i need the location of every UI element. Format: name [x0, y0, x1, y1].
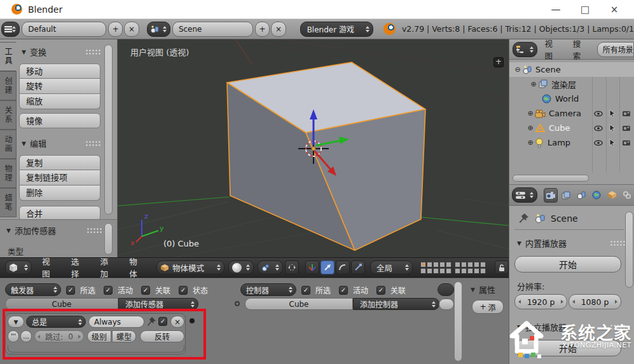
panel-grip-icon[interactable] [610, 240, 625, 246]
tab-scene[interactable] [574, 188, 588, 203]
menu-object[interactable]: 物体 [129, 255, 144, 280]
tab-relations[interactable]: 关系 [0, 100, 17, 130]
sensor-filter-select[interactable]: 触发器 [5, 283, 61, 296]
resolution-x-stepper[interactable]: 1920 p [514, 294, 567, 309]
toolshelf-scrollbar[interactable] [104, 44, 113, 215]
tab-create[interactable]: 创建 [0, 71, 17, 100]
logic-properties-header[interactable]: ▼ 属性 [471, 283, 506, 295]
pivot-select[interactable] [258, 260, 283, 274]
edit-panel-header[interactable]: ▼ 编辑 [22, 137, 100, 149]
scale-manipulator-button[interactable] [351, 260, 365, 274]
outliner-row-renderlayers[interactable]: ⊕ 渲染层 [509, 77, 634, 91]
filter-sel[interactable]: ✓所选 [301, 285, 331, 295]
standalone-start-button[interactable]: 开始 [514, 340, 621, 356]
outliner-row-world[interactable]: World [509, 91, 634, 106]
sensor-object-name[interactable]: Cube [5, 298, 118, 310]
renderability-camera-icon[interactable] [622, 109, 631, 118]
translate-manipulator-button[interactable] [320, 260, 334, 274]
tab-object[interactable] [605, 188, 619, 203]
sensor-collapse-button[interactable]: ▼ [8, 316, 24, 328]
layer-group-1[interactable] [420, 262, 451, 274]
layers-widget[interactable] [420, 262, 486, 274]
sensor-link-socket[interactable] [190, 318, 195, 323]
selectability-cursor-icon[interactable] [608, 138, 617, 147]
skip-stepper[interactable]: 跳过:0 [34, 330, 84, 342]
manipulator-axes-icon[interactable] [305, 260, 319, 274]
scene-name-field[interactable]: Scene [172, 22, 253, 37]
filter-act[interactable]: ✓活动 [339, 285, 368, 295]
screen-layout-select[interactable]: Default [22, 22, 106, 37]
controller-link-socket[interactable] [235, 301, 240, 306]
pin-icon[interactable] [518, 213, 529, 224]
menu-add[interactable]: 添加 [100, 255, 115, 280]
actuator-filter-cut[interactable] [438, 283, 454, 296]
panel-scrollbar[interactable] [104, 223, 113, 255]
panel-grip-icon[interactable] [610, 324, 625, 330]
visibility-eye-icon[interactable] [594, 111, 603, 117]
editor-type-button[interactable] [1, 22, 20, 37]
layer-group-2[interactable] [455, 262, 486, 274]
scene-select-icon-button[interactable] [147, 22, 170, 37]
orientation-select[interactable]: 全局 [370, 260, 413, 274]
tab-render-layers[interactable] [559, 188, 573, 203]
level-button[interactable]: 级别 [87, 330, 111, 342]
checkbox-checked-icon[interactable]: ✓ [66, 286, 75, 295]
tab-render[interactable] [544, 188, 558, 203]
selectability-cursor-icon[interactable] [608, 124, 617, 133]
sensor-delete-button[interactable]: × [170, 316, 184, 328]
filter-sel[interactable]: ✓所选 [66, 285, 95, 295]
controller-filter-select[interactable]: 控制器 [240, 283, 296, 296]
display-mode-select[interactable]: 所有场景 [597, 42, 634, 57]
selectability-cursor-icon[interactable] [608, 109, 617, 118]
translate-button[interactable]: 移动 [19, 64, 100, 79]
add-game-property-button[interactable]: +添 [472, 300, 504, 314]
proportional-edit-icon[interactable] [285, 260, 299, 274]
tab-physics[interactable]: 物理 [0, 159, 17, 188]
editor-type-button[interactable] [512, 187, 537, 203]
shading-select[interactable] [228, 260, 254, 274]
tab-world[interactable] [589, 188, 603, 203]
outliner-row-cube[interactable]: ⊕ Cube [509, 121, 634, 135]
mirror-button[interactable]: 镜像 [19, 113, 100, 128]
collapse-icon[interactable]: ⊖ [513, 65, 522, 74]
pin-icon[interactable] [146, 316, 156, 327]
renderability-camera-icon[interactable] [622, 138, 631, 147]
rotate-manipulator-button[interactable] [336, 260, 350, 274]
sensor-active-checkbox[interactable]: ✓ [158, 317, 167, 326]
expand-icon[interactable]: ⊕ [526, 109, 535, 118]
panel-grip-icon[interactable] [86, 227, 102, 233]
expand-icon[interactable]: ⊕ [529, 80, 538, 88]
embedded-player-header[interactable]: ▼ 内置播放器 [517, 237, 625, 249]
tab-grease-pencil[interactable]: 蜡笔 [0, 188, 17, 217]
add-controller-dropdown[interactable]: 添加控制器 [353, 298, 439, 310]
tap-button[interactable]: 螺型 [112, 330, 136, 342]
add-layout-button[interactable]: + [108, 22, 123, 37]
breadcrumb-scene[interactable]: Scene [551, 213, 578, 224]
filter-state[interactable]: ✓状态 [179, 285, 208, 295]
visibility-eye-icon[interactable] [594, 140, 603, 146]
outliner-row-scene[interactable]: ⊖ Scene [509, 62, 634, 77]
sensor-type-select[interactable]: 总是 [26, 316, 86, 328]
editor-type-button[interactable] [513, 42, 537, 57]
outliner-row-lamp[interactable]: ⊕ Lamp [509, 135, 634, 150]
render-engine-select[interactable]: Blender 游戏 [300, 22, 373, 37]
actuator-widget-cut[interactable] [439, 299, 454, 310]
duplicate-button[interactable]: 复制 [19, 155, 100, 170]
outliner-row-camera[interactable]: ⊕ Camera [509, 106, 634, 121]
editor-type-button[interactable] [5, 260, 32, 274]
sensor-name-field[interactable]: Always [88, 316, 144, 328]
minimize-button[interactable]: — [541, 4, 570, 15]
pulse-false-button[interactable]: ... [20, 330, 32, 342]
delete-layout-button[interactable]: × [124, 22, 139, 37]
invert-button[interactable]: 反转 [140, 330, 184, 342]
filter-link[interactable]: ✓关联 [376, 285, 406, 295]
maximize-button[interactable]: □ [570, 4, 600, 15]
add-scene-button[interactable]: + [255, 22, 270, 37]
delete-scene-button[interactable]: × [271, 22, 286, 37]
outliner-hscrollbar[interactable] [513, 175, 589, 182]
renderability-camera-icon[interactable] [622, 124, 631, 133]
expand-icon[interactable]: ⊕ [526, 124, 535, 132]
delete-button[interactable]: 删除 [19, 185, 100, 201]
menu-view[interactable]: 视图 [42, 255, 57, 280]
controller-object-name[interactable]: Cube [245, 298, 353, 310]
